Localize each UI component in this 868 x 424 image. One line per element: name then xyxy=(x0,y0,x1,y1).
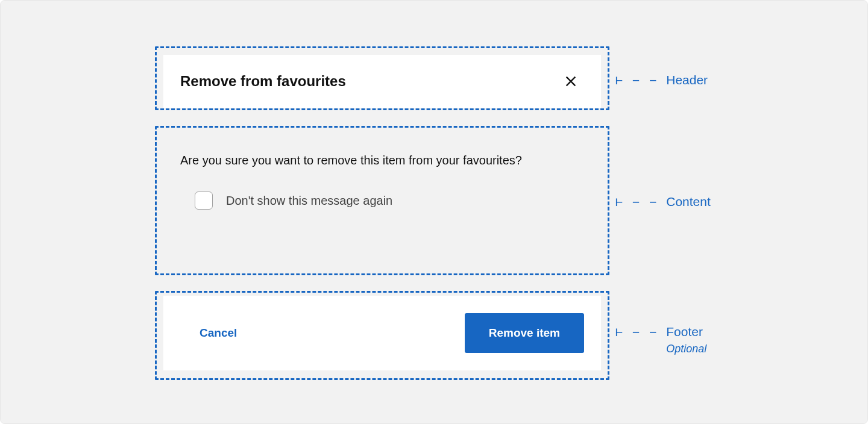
dialog-message: Are you sure you want to remove this ite… xyxy=(180,151,584,170)
dont-show-again-label: Don't show this message again xyxy=(226,194,392,208)
annotation-content: ⊢ − − Content xyxy=(615,193,711,210)
dont-show-again-checkbox[interactable] xyxy=(195,192,213,210)
cancel-button[interactable]: Cancel xyxy=(200,326,237,340)
dont-show-again-row: Don't show this message again xyxy=(180,192,584,210)
dialog-content: Are you sure you want to remove this ite… xyxy=(180,151,584,210)
dialog-footer: Cancel Remove item xyxy=(163,296,601,370)
annotation-tick-icon: ⊢ − − xyxy=(615,72,658,89)
annotation-header-label: Header xyxy=(666,72,708,89)
dialog-title: Remove from favourites xyxy=(180,73,346,90)
dialog-header: Remove from favourites xyxy=(163,55,601,108)
annotation-footer: ⊢ − − Footer Optional xyxy=(615,323,706,355)
annotation-tick-icon: ⊢ − − xyxy=(615,323,658,340)
annotation-header: ⊢ − − Header xyxy=(615,72,708,89)
annotation-tick-icon: ⊢ − − xyxy=(615,193,658,210)
remove-item-button[interactable]: Remove item xyxy=(465,313,584,353)
annotation-content-label: Content xyxy=(666,193,711,210)
anatomy-canvas: Remove from favourites Are you sure you … xyxy=(0,0,868,424)
annotation-footer-label: Footer xyxy=(666,323,706,340)
annotation-footer-sublabel: Optional xyxy=(666,343,706,355)
close-icon xyxy=(564,75,577,88)
close-button[interactable] xyxy=(560,70,582,92)
